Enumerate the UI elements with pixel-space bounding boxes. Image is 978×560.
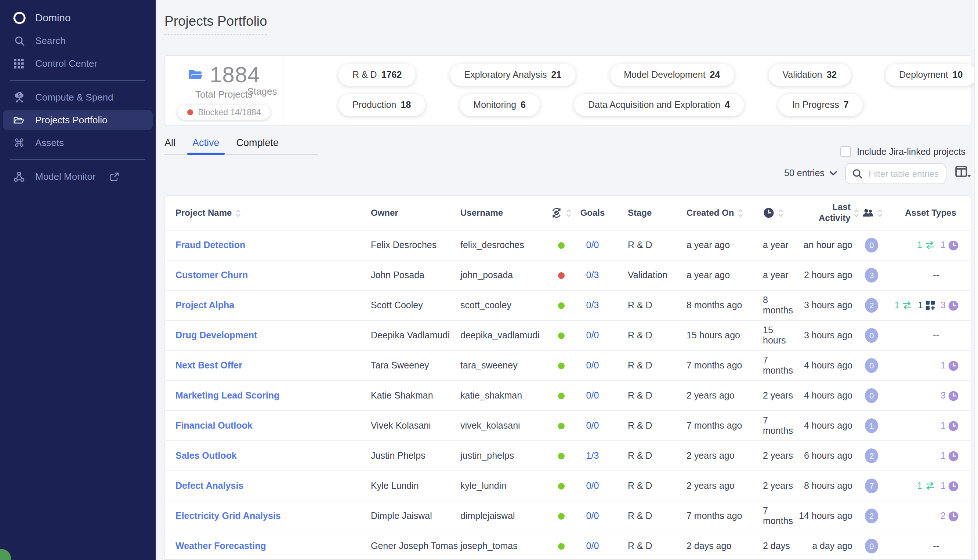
asset-model-apis[interactable]: 1 [917,481,935,491]
column-header-goals: Goals [575,208,610,218]
project-name-link[interactable]: Electricity Grid Analysis [175,511,281,521]
status-dot-green [557,483,564,489]
stage-chip[interactable]: Deployment10 [885,64,976,86]
chat-bubble[interactable] [0,549,11,560]
asset-scheduled-runs[interactable]: 1 [941,240,959,251]
asset-scheduled-runs[interactable]: 3 [941,300,959,311]
blocked-dot-icon [187,109,193,115]
tab-active[interactable]: Active [192,137,220,148]
no-assets-dash: -- [933,330,939,340]
username-cell: john_posada [461,270,547,280]
column-header-status[interactable] [547,207,575,219]
jira-checkbox[interactable] [840,146,851,157]
sidebar-item-search[interactable]: Search [3,31,153,51]
stage-chip-name: Validation [782,70,822,80]
project-name-link[interactable]: Defect Analysis [175,481,244,491]
sidebar: Domino SearchControl Center$Compute & Sp… [0,0,156,560]
column-header-collaborators[interactable] [853,208,891,218]
stage-chip[interactable]: R & D1762 [339,64,416,86]
app-window: Domino SearchControl Center$Compute & Sp… [0,0,978,560]
goals-cell: 0/0 [575,390,610,401]
sidebar-item-model-monitor[interactable]: Model Monitor [3,167,153,187]
stage-chip-name: In Progress [792,100,839,110]
goals-link[interactable]: 0/0 [586,511,599,521]
goals-link[interactable]: 0/0 [586,481,599,491]
goals-cell: 0/0 [575,511,610,521]
asset-scheduled-runs[interactable]: 1 [941,480,959,492]
status-dot-green [557,452,564,459]
sidebar-divider [10,80,145,81]
column-settings-button[interactable] [955,166,971,183]
goals-link[interactable]: 0/0 [586,390,599,401]
age-cell: 2 days [751,541,797,551]
sidebar-item-control-center[interactable]: Control Center [3,53,153,73]
last-activity-cell: 4 hours ago [797,390,853,401]
project-name-link[interactable]: Sales Outlook [175,451,237,461]
column-header-last_activity[interactable]: Last Activity [797,202,853,224]
filter-input[interactable] [867,168,940,180]
blocked-label: Blocked 14/1884 [198,108,260,117]
goals-link[interactable]: 1/3 [586,451,599,461]
stage-chip[interactable]: Exploratory Analysis21 [450,64,575,86]
entries-dropdown[interactable]: 50 entries [784,168,837,178]
goals-link[interactable]: 0/3 [586,270,599,280]
status-dot-green [557,332,564,339]
project-name-link[interactable]: Next Best Offer [175,360,242,371]
goals-link[interactable]: 0/0 [586,330,599,340]
asset-scheduled-runs[interactable]: 3 [941,390,959,401]
asset-scheduled-runs[interactable]: 1 [941,450,959,461]
project-name-link[interactable]: Drug Development [175,330,257,340]
stage-chip[interactable]: In Progress7 [778,94,863,116]
asset-types-cell: -- [891,541,971,551]
sidebar-item-projects-portfolio[interactable]: Projects Portfolio [3,110,153,130]
goals-link[interactable]: 0/3 [586,300,599,310]
asset-model-apis[interactable]: 1 [917,240,935,250]
project-name-link[interactable]: Weather Forecasting [175,541,266,551]
stage-cell: R & D [610,451,675,461]
asset-types-cell: 1 [891,360,971,371]
asset-model-apis[interactable]: 1 [894,300,913,310]
asset-types-cell: 11 [891,480,971,492]
asset-count: 1 [941,481,946,491]
sidebar-item-compute-spend[interactable]: $Compute & Spend [3,87,153,107]
asset-scheduled-runs[interactable]: 1 [941,360,959,371]
username-cell: justin_phelps [461,451,547,461]
project-name-cell: Fraud Detection [165,240,371,250]
last-activity-cell: 8 hours ago [797,481,853,491]
project-name-link[interactable]: Marketing Lead Scoring [175,390,279,401]
scrollbar-track[interactable] [974,0,978,560]
brand-domino[interactable]: Domino [0,0,156,28]
stage-chip-name: Deployment [899,70,948,80]
stage-chip[interactable]: Data Acquisition and Exploration4 [574,94,744,116]
goals-link[interactable]: 0/0 [586,420,599,431]
stage-chip[interactable]: Validation32 [768,64,851,86]
column-header-age[interactable] [751,207,797,219]
column-header-name[interactable]: Project Name [165,208,371,218]
asset-scheduled-runs[interactable]: 1 [941,420,959,431]
project-name-link[interactable]: Financial Outlook [175,420,252,431]
created-on-cell: 2 days ago [675,541,751,551]
stage-chip-name: Exploratory Analysis [464,70,547,80]
scheduled-runs-icon [948,390,959,401]
last-activity-cell: an hour ago [797,240,853,250]
age-cell: a year [751,270,797,280]
project-name-link[interactable]: Customer Churn [175,270,248,280]
project-name-link[interactable]: Project Alpha [175,300,234,310]
tab-all[interactable]: All [164,137,175,148]
table-row: Project AlphaScott Cooleyscott_cooley0/3… [165,291,971,321]
goals-link[interactable]: 0/0 [586,541,599,551]
column-header-created[interactable]: Created On [675,208,751,218]
collaborators-cell: 2 [853,448,891,463]
sidebar-item-assets[interactable]: ⌘Assets [3,133,153,153]
tab-complete[interactable]: Complete [237,137,279,148]
goals-link[interactable]: 0/0 [586,360,599,371]
stage-chip[interactable]: Monitoring6 [459,94,540,116]
stage-chip[interactable]: Production18 [339,94,425,116]
asset-apps[interactable]: 1 [918,300,935,310]
goals-link[interactable]: 0/0 [586,240,599,250]
project-name-link[interactable]: Fraud Detection [175,240,245,250]
asset-types-cell: 1 [891,450,971,461]
model-monitor-icon [12,171,26,182]
asset-scheduled-runs[interactable]: 2 [941,510,959,522]
stage-chip[interactable]: Model Development24 [610,64,734,86]
